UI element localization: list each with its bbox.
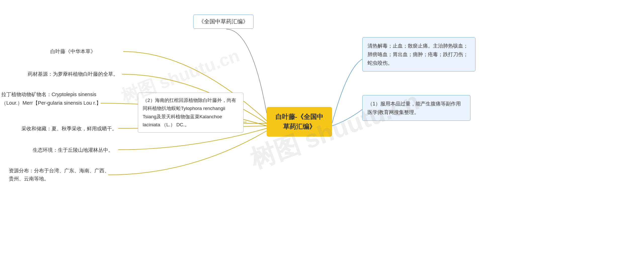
left-node-5: 生态环境：生于丘陵山地灌林丛中。: [33, 146, 113, 154]
left-node-6: 资源分布：分布于台湾、广东、海南、广西、贵州、云南等地。: [9, 167, 109, 183]
right-node-2: （1）服用本品过量，能产生腹痛等副作用医学|教育网搜集整理。: [362, 95, 470, 121]
center-bottom-node: （2）海南的扛棺回原植物除白叶藤外，尚有同科植物扒地蜈蚣Tylophora re…: [138, 93, 244, 133]
left-node-2: 药材基源：为萝藦科植物白叶藤的全草。: [28, 70, 118, 78]
right-node-1: 清热解毒；止血；散瘀止痛。主治肺热咳血；肺痨咯血；胃出血；痈肿；疮毒；跌打刀伤；…: [362, 37, 475, 71]
left-node-4: 采收和储藏：夏、秋季采收，鲜用或晒干。: [21, 125, 117, 133]
left-node-1: 白叶藤《中华本草》: [50, 47, 96, 55]
left-node-3: 拉丁植物动物矿物名：Cryptolepis sinensis（Lour.）Mer…: [1, 90, 102, 107]
center-node: 白叶藤-《全国中草药汇编》: [267, 107, 332, 137]
mindmap-container: 白叶藤-《全国中草药汇编》 《全国中草药汇编》 白叶藤《中华本草》 药材基源：为…: [0, 0, 644, 272]
top-node: 《全国中草药汇编》: [193, 15, 254, 29]
